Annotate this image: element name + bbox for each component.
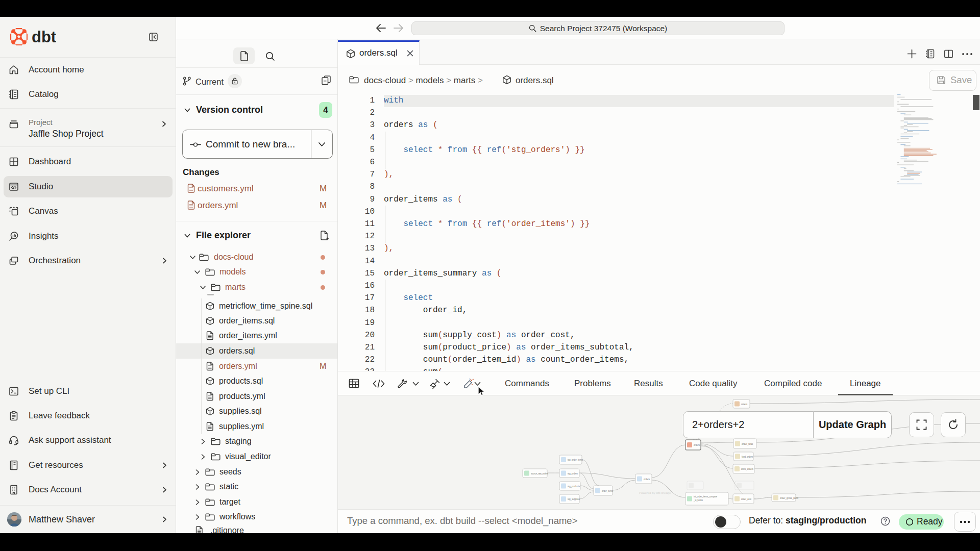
svg-text:source_raw_orders: source_raw_orders <box>531 472 549 475</box>
svg-text:order_cost: order_cost <box>741 498 752 500</box>
svg-text:stg_orders: stg_orders <box>568 472 578 475</box>
svg-text:order_items: order_items <box>602 490 614 492</box>
svg-text:Powered by dbt lineage: Powered by dbt lineage <box>639 491 671 494</box>
svg-text:drink_orders: drink_orders <box>741 468 754 470</box>
svg-text:int_order_items_compare: int_order_items_compare <box>694 495 717 498</box>
svg-text:stg_products: stg_products <box>568 485 580 488</box>
svg-text:food_orders: food_orders <box>742 456 753 458</box>
svg-text:stg_supplies: stg_supplies <box>568 498 580 500</box>
svg-text:orders: orders <box>741 403 748 406</box>
svg-text:_to_books: _to_books <box>693 499 703 502</box>
svg-text:orders: orders <box>644 478 650 481</box>
svg-text:orders: orders <box>694 444 700 446</box>
svg-text:stg_order_items: stg_order_items <box>568 459 583 461</box>
svg-text:order_total: order_total <box>742 443 753 445</box>
svg-text:order_gross_profit: order_gross_profit <box>780 497 799 499</box>
